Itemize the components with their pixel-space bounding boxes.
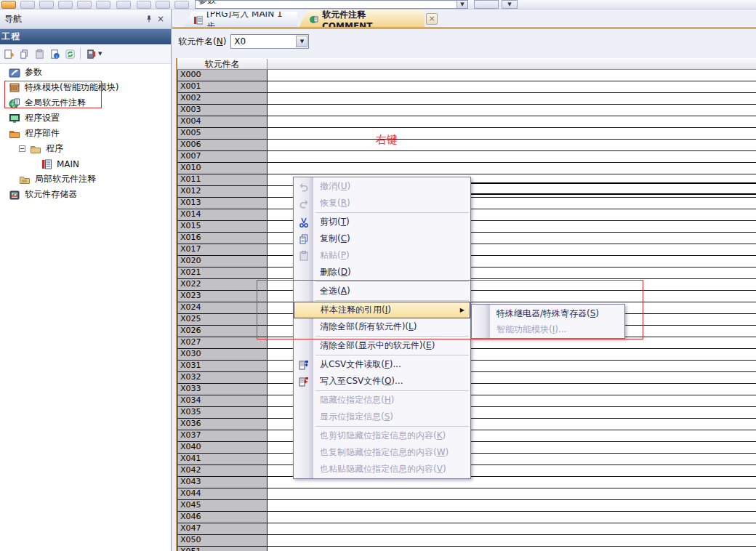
new-item-icon[interactable] — [2, 47, 15, 60]
paste-icon[interactable] — [33, 47, 46, 60]
toolbar-icon[interactable] — [96, 1, 110, 9]
grid-row-X010[interactable]: X010 — [177, 163, 756, 174]
device-cell[interactable]: X003 — [177, 105, 268, 116]
device-cell[interactable]: X047 — [177, 523, 268, 534]
grid-row-X047[interactable]: X047 — [177, 523, 756, 535]
menu-item-select-all[interactable]: 全选(A) — [294, 283, 470, 299]
device-cell[interactable]: X041 — [177, 454, 268, 464]
tree-item-program[interactable]: 程序 — [0, 141, 171, 156]
grid-row-X000[interactable]: X000 — [177, 70, 756, 81]
device-cell[interactable]: X014 — [177, 209, 268, 220]
grid-row-X044[interactable]: X044 — [177, 488, 756, 500]
device-cell[interactable]: X010 — [177, 163, 268, 174]
device-cell[interactable]: X045 — [177, 500, 268, 511]
copy-icon[interactable] — [17, 47, 31, 60]
device-cell[interactable]: X030 — [177, 349, 268, 360]
toolbar-icon[interactable] — [137, 1, 151, 9]
tree-item-device-memory[interactable]: 软元件存储器 — [0, 187, 171, 202]
device-cell[interactable]: X043 — [177, 477, 268, 488]
device-name-combo[interactable]: X0 ▼ — [230, 34, 309, 49]
toolbar-icon[interactable] — [156, 1, 170, 9]
device-cell[interactable]: X022 — [177, 279, 268, 290]
device-cell[interactable]: X051 — [177, 547, 268, 551]
device-cell[interactable]: X040 — [177, 442, 268, 453]
toolbar-icon[interactable] — [58, 1, 73, 9]
device-cell[interactable]: X037 — [177, 430, 268, 441]
menu-item-cut[interactable]: 剪切(T) — [294, 214, 470, 230]
toolbar-button[interactable] — [474, 0, 499, 9]
grid-row-X003[interactable]: X003 — [177, 105, 756, 116]
pin-icon[interactable] — [143, 13, 155, 25]
chevron-down-icon[interactable]: ▼ — [296, 36, 307, 47]
device-cell[interactable]: X004 — [177, 116, 268, 127]
grid-row-X006[interactable]: X006 — [177, 140, 756, 151]
device-cell[interactable]: X032 — [177, 372, 268, 383]
device-cell[interactable]: X020 — [177, 256, 268, 267]
device-cell[interactable]: X042 — [177, 465, 268, 476]
menu-item-read-from-csv[interactable]: 从CSV文件读取(F)... — [294, 356, 470, 373]
device-cell[interactable]: X027 — [177, 337, 268, 348]
tree-item-main[interactable]: MAIN — [0, 156, 171, 172]
grid-row-X046[interactable]: X046 — [177, 512, 756, 523]
toolbar-icon[interactable] — [1, 1, 16, 9]
tab-close-button[interactable]: × — [426, 13, 438, 25]
tree-item-parameter[interactable]: 参数 — [0, 65, 171, 80]
menu-item-clear-all-devices[interactable]: 清除全部(所有软元件)(L) — [294, 318, 470, 335]
device-cell[interactable]: X005 — [177, 128, 268, 139]
device-cell[interactable]: X001 — [177, 81, 268, 92]
tree-item-pou[interactable]: 程序部件 — [0, 126, 171, 141]
close-icon[interactable]: × — [155, 13, 166, 25]
menu-item-write-to-csv[interactable]: 写入至CSV文件(O)... — [294, 373, 470, 390]
device-cell[interactable]: X000 — [177, 70, 268, 81]
toolbar-combo[interactable]: 参数 ▼ — [195, 0, 468, 9]
device-cell[interactable]: X013 — [177, 198, 268, 209]
menu-item-delete[interactable]: 删除(D) — [294, 264, 470, 281]
device-cell[interactable]: X036 — [177, 419, 268, 430]
tree-item-special-module[interactable]: 特殊模块(智能功能模块) — [0, 80, 171, 95]
device-cell[interactable]: X012 — [177, 186, 268, 197]
tree-expander-icon[interactable] — [19, 145, 25, 152]
grid-row-X051[interactable]: X051 — [177, 547, 756, 551]
menu-item-clear-displayed-devices[interactable]: 清除全部(显示中的软元件)(E) — [294, 337, 470, 354]
menu-item-special-relay-register[interactable]: 特殊继电器/特殊寄存器(S) — [472, 305, 624, 321]
device-cell[interactable]: X016 — [177, 233, 268, 244]
device-cell[interactable]: X035 — [177, 407, 268, 418]
grid-row-X007[interactable]: X007 — [177, 151, 756, 163]
device-cell[interactable]: X044 — [177, 488, 268, 499]
toolbar-icon[interactable] — [20, 1, 35, 9]
device-cell[interactable]: X017 — [177, 244, 268, 255]
device-cell[interactable]: X015 — [177, 221, 268, 232]
module-icon[interactable] — [84, 47, 97, 60]
toolbar-icon[interactable] — [174, 1, 189, 9]
device-cell[interactable]: X025 — [177, 314, 268, 325]
toolbar-icon[interactable] — [116, 1, 131, 9]
toolbar-icon[interactable] — [39, 1, 54, 9]
device-cell[interactable]: X023 — [177, 291, 268, 302]
grid-row-X002[interactable]: X002 — [177, 93, 756, 105]
info-icon[interactable]: i — [48, 47, 61, 60]
menu-item-sample-comment-reference[interactable]: 样本注释的引用(I)▶ — [294, 302, 470, 318]
device-cell[interactable]: X033 — [177, 384, 268, 395]
grid-row-X045[interactable]: X045 — [177, 500, 756, 512]
device-cell[interactable]: X006 — [177, 140, 268, 150]
refresh-icon[interactable] — [63, 47, 76, 60]
grid-row-X050[interactable]: X050 — [177, 535, 756, 547]
grid-row-X001[interactable]: X001 — [177, 81, 756, 93]
device-cell[interactable]: X046 — [177, 512, 268, 523]
grid-row-X005[interactable]: X005 — [177, 128, 756, 140]
device-cell[interactable]: X021 — [177, 268, 268, 278]
menu-item-copy[interactable]: 复制(C) — [294, 230, 470, 247]
device-cell[interactable]: X026 — [177, 326, 268, 337]
device-cell[interactable]: X050 — [177, 535, 268, 546]
toolbar-dropdown-button[interactable]: ▼ — [502, 0, 518, 9]
device-cell[interactable]: X002 — [177, 93, 268, 104]
tree-item-program-setting[interactable]: 程序设置 — [0, 110, 171, 126]
chevron-down-icon[interactable]: ▼ — [98, 51, 102, 57]
chevron-down-icon[interactable]: ▼ — [457, 1, 467, 9]
device-cell[interactable]: X011 — [177, 174, 268, 185]
device-cell[interactable]: X024 — [177, 302, 268, 313]
grid-row-X004[interactable]: X004 — [177, 116, 756, 128]
tree-item-global-device-comment[interactable]: 全局软元件注释 — [0, 95, 171, 110]
tree-item-local-device-comment[interactable]: 局部软元件注释 — [0, 172, 171, 187]
device-cell[interactable]: X034 — [177, 395, 268, 406]
